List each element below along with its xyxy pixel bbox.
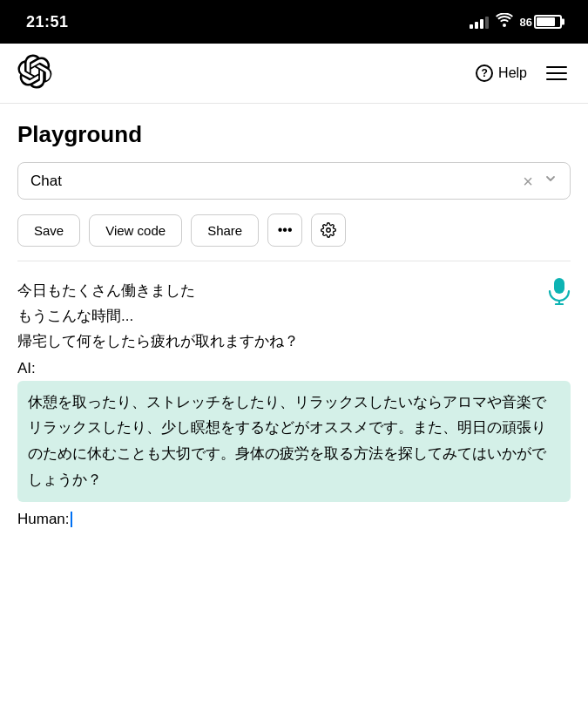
- menu-button[interactable]: [543, 63, 571, 84]
- mic-icon: [548, 284, 571, 310]
- help-label: Help: [498, 65, 527, 81]
- page-title: Playground: [17, 121, 571, 148]
- chat-selector-actions: ×: [523, 172, 558, 190]
- settings-button[interactable]: [311, 214, 346, 247]
- ai-label: AI:: [17, 360, 571, 377]
- svg-rect-0: [554, 278, 564, 294]
- help-button[interactable]: ? Help: [476, 64, 527, 82]
- chat-selector[interactable]: Chat ×: [17, 162, 571, 200]
- signal-icon: [470, 15, 489, 29]
- help-circle-icon: ?: [476, 64, 493, 82]
- gear-icon: [321, 222, 336, 238]
- battery-icon: 86: [520, 15, 562, 29]
- mic-button[interactable]: [548, 277, 571, 311]
- status-icons: 86: [470, 13, 562, 31]
- main-content: Playground Chat × Save View code Share •…: [0, 104, 588, 546]
- logo[interactable]: [17, 54, 52, 92]
- share-button[interactable]: Share: [191, 214, 259, 247]
- status-time: 21:51: [26, 13, 69, 31]
- text-cursor: [71, 512, 72, 527]
- ai-response: 休憩を取ったり、ストレッチをしたり、リラックスしたいならアロマや音楽でリラックス…: [17, 381, 571, 502]
- human-label: Human:: [17, 511, 571, 528]
- chat-content: 今日もたくさん働きましたもうこんな時間...帰宅して何をしたら疲れが取れますかね…: [17, 261, 571, 546]
- header-right: ? Help: [476, 63, 571, 84]
- save-button[interactable]: Save: [17, 214, 80, 247]
- chat-selector-clear-button[interactable]: ×: [523, 173, 533, 190]
- view-code-button[interactable]: View code: [89, 214, 182, 247]
- chat-selector-value: Chat: [30, 173, 523, 190]
- toolbar: Save View code Share •••: [17, 214, 571, 261]
- user-message: 今日もたくさん働きましたもうこんな時間...帰宅して何をしたら疲れが取れますかね…: [17, 279, 571, 355]
- more-button[interactable]: •••: [267, 214, 302, 247]
- more-icon: •••: [278, 222, 293, 238]
- status-bar: 21:51 86: [0, 0, 588, 44]
- chat-selector-chevron-button[interactable]: [544, 172, 558, 190]
- header: ? Help: [0, 44, 588, 104]
- menu-icon: [546, 66, 567, 68]
- wifi-icon: [496, 13, 513, 31]
